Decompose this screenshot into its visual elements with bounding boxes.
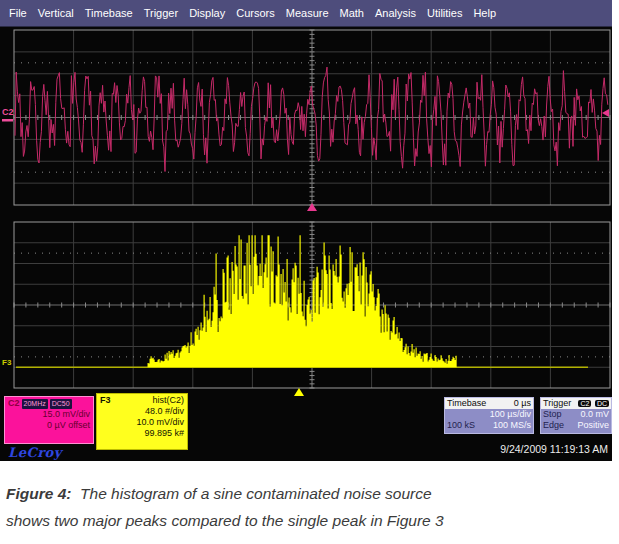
date-time: 9/24/2009 11:19:13 AM xyxy=(440,443,608,455)
trace-f3-descriptor[interactable]: F3 hist(C2) 48.0 #/div 10.0 mV/div 99.89… xyxy=(96,393,188,450)
oscilloscope-window: FileVerticalTimebaseTriggerDisplayCursor… xyxy=(0,0,612,461)
c2-coupling-badge: DC50 xyxy=(50,399,72,409)
trigger-mode: Stop xyxy=(543,409,562,420)
c2-offset: 0 µV offset xyxy=(8,420,90,431)
menu-item[interactable]: File xyxy=(9,7,27,19)
trigger-level: 0.0 mV xyxy=(580,409,609,420)
timebase-title: Timebase xyxy=(447,398,486,409)
trigger-coupling-badge: DC xyxy=(595,400,609,407)
trigger-level-marker[interactable] xyxy=(602,109,609,117)
trigger-title: Trigger xyxy=(543,398,571,409)
menu-item[interactable]: Math xyxy=(340,7,364,19)
lecroy-logo: LeCroy xyxy=(8,445,62,460)
f3-label: F3 xyxy=(100,395,111,406)
c2-zero-marker xyxy=(2,119,13,122)
menu-item[interactable]: Help xyxy=(473,7,496,19)
timebase-samples: 100 kS xyxy=(447,420,475,431)
figure-caption-body: The histogram of a sine contaminated noi… xyxy=(6,485,444,529)
f3-vertical-scale: 48.0 #/div xyxy=(100,406,184,417)
channel-c2-descriptor[interactable]: C2 20MHz DC50 15.0 mV/div 0 µV offset xyxy=(4,396,94,444)
trigger-source-badge: C2 xyxy=(578,400,591,407)
timebase-offset: 0 µs xyxy=(514,398,531,409)
timebase-rate: 100 MS/s xyxy=(493,420,531,431)
c2-volts-per-div: 15.0 mV/div xyxy=(8,409,90,420)
menu-item[interactable]: Trigger xyxy=(144,7,178,19)
figure-caption-label: Figure 4: xyxy=(6,485,71,502)
menu-item[interactable]: Analysis xyxy=(375,7,416,19)
trigger-time-marker[interactable] xyxy=(307,203,317,211)
figure-caption: Figure 4: The histogram of a sine contam… xyxy=(6,480,458,534)
top-graticule xyxy=(14,30,610,205)
c2-trace-label: C2 xyxy=(2,107,14,117)
trigger-panel[interactable]: Trigger C2 DC Stop 0.0 mV Edge Positive xyxy=(540,397,612,434)
trigger-slope: Positive xyxy=(577,420,609,431)
timebase-panel[interactable]: Timebase 0 µs 100 µs/div 100 kS 100 MS/s xyxy=(444,397,534,434)
page: FileVerticalTimebaseTriggerDisplayCursor… xyxy=(0,0,619,544)
f3-histogram-trace xyxy=(148,235,456,367)
menu-item[interactable]: Display xyxy=(189,7,225,19)
histogram-mean-marker xyxy=(294,388,304,396)
f3-population: 99.895 k# xyxy=(100,428,184,439)
f3-trace-label: F3 xyxy=(2,358,12,367)
menu-bar: FileVerticalTimebaseTriggerDisplayCursor… xyxy=(0,0,612,27)
trigger-type: Edge xyxy=(543,420,564,431)
timebase-per-div: 100 µs/div xyxy=(490,409,531,420)
menu-item[interactable]: Vertical xyxy=(38,7,74,19)
menu-item[interactable]: Measure xyxy=(286,7,329,19)
f3-horizontal-scale: 10.0 mV/div xyxy=(100,417,184,428)
menu-item[interactable]: Utilities xyxy=(427,7,462,19)
c2-label: C2 xyxy=(8,398,20,409)
f3-function: hist(C2) xyxy=(152,395,184,406)
menu-item[interactable]: Cursors xyxy=(236,7,275,19)
menu-item[interactable]: Timebase xyxy=(85,7,133,19)
c2-bandwidth-badge: 20MHz xyxy=(22,399,48,409)
